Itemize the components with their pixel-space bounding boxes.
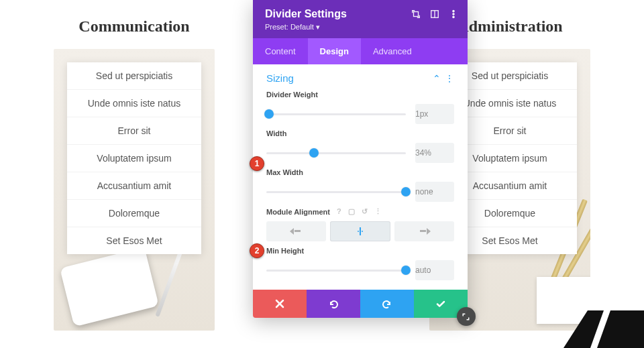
- redo-button[interactable]: [360, 290, 414, 318]
- preset-dropdown[interactable]: Preset: Default ▾: [265, 23, 455, 32]
- tablet-illustration: [60, 247, 159, 327]
- tab-advanced[interactable]: Advanced: [361, 38, 424, 64]
- undo-button[interactable]: [307, 290, 360, 318]
- slider-max-width[interactable]: [266, 186, 406, 198]
- modal-footer: [253, 290, 468, 318]
- resize-handle[interactable]: [457, 307, 476, 326]
- list-item[interactable]: Sed ut perspiciatis: [67, 62, 201, 90]
- input-width[interactable]: [415, 143, 454, 163]
- tab-content[interactable]: Content: [253, 38, 308, 64]
- divider-settings-modal: Divider Settings Preset: Default ▾ Conte…: [253, 0, 468, 318]
- alignment-segmented: [266, 221, 454, 241]
- input-max-width[interactable]: [415, 182, 454, 202]
- list-item[interactable]: Voluptatem ipsum: [67, 145, 201, 172]
- calendar-illustration: [537, 277, 590, 324]
- tab-design[interactable]: Design: [308, 38, 361, 64]
- help-icon[interactable]: ?: [337, 207, 341, 216]
- reset-icon[interactable]: ↺: [362, 207, 368, 216]
- column-title: Communication: [54, 17, 215, 36]
- expand-icon[interactable]: [411, 9, 421, 19]
- responsive-icon[interactable]: ▢: [348, 207, 355, 216]
- svg-point-3: [453, 10, 454, 11]
- svg-point-4: [453, 13, 454, 15]
- list-item[interactable]: Error sit: [67, 117, 201, 145]
- modal-tabs: Content Design Advanced: [253, 38, 468, 64]
- slider-divider-weight[interactable]: [266, 108, 406, 120]
- label-divider-weight: Divider Weight: [266, 91, 454, 99]
- svg-rect-0: [414, 12, 419, 17]
- align-center-button[interactable]: [330, 221, 390, 241]
- list-item[interactable]: Doloremque: [67, 200, 201, 227]
- column-list: Sed ut perspiciatis Unde omnis iste natu…: [67, 62, 201, 254]
- list-item[interactable]: Accusantium amit: [67, 172, 201, 200]
- column-communication: Communication Sed ut perspiciatis Unde o…: [54, 17, 215, 331]
- stylus-illustration: [155, 246, 184, 316]
- list-item[interactable]: Unde omnis iste natus: [67, 90, 201, 117]
- label-min-height: Min Height: [266, 247, 454, 255]
- callout-1: 1: [250, 156, 264, 171]
- label-max-width: Max Width: [266, 168, 454, 176]
- callout-2: 2: [250, 243, 264, 258]
- input-divider-weight[interactable]: [415, 104, 454, 124]
- columns-icon[interactable]: [430, 9, 439, 19]
- field-options-icon[interactable]: ⋮: [374, 207, 382, 216]
- list-item[interactable]: Set Esos Met: [67, 227, 201, 254]
- align-right-button[interactable]: [394, 221, 454, 241]
- modal-header[interactable]: Divider Settings Preset: Default ▾: [253, 0, 468, 38]
- modal-header-icons: [411, 9, 458, 19]
- section-header[interactable]: Sizing ⌃ ⋮: [266, 72, 454, 84]
- label-width: Width: [266, 129, 454, 137]
- section-title: Sizing: [266, 72, 294, 84]
- align-left-button[interactable]: [266, 221, 326, 241]
- more-icon[interactable]: [449, 9, 458, 19]
- input-min-height[interactable]: [415, 260, 454, 280]
- slider-min-height[interactable]: [266, 264, 406, 276]
- svg-point-5: [453, 16, 454, 17]
- modal-body: Sizing ⌃ ⋮ Divider Weight Width Max Widt…: [253, 64, 468, 290]
- label-module-alignment: Module Alignment ? ▢ ↺ ⋮: [266, 207, 454, 216]
- column-bg: Sed ut perspiciatis Unde omnis iste natu…: [54, 49, 215, 331]
- slider-width[interactable]: [266, 147, 406, 159]
- collapse-icon[interactable]: ⌃: [433, 73, 441, 84]
- cancel-button[interactable]: [253, 290, 307, 318]
